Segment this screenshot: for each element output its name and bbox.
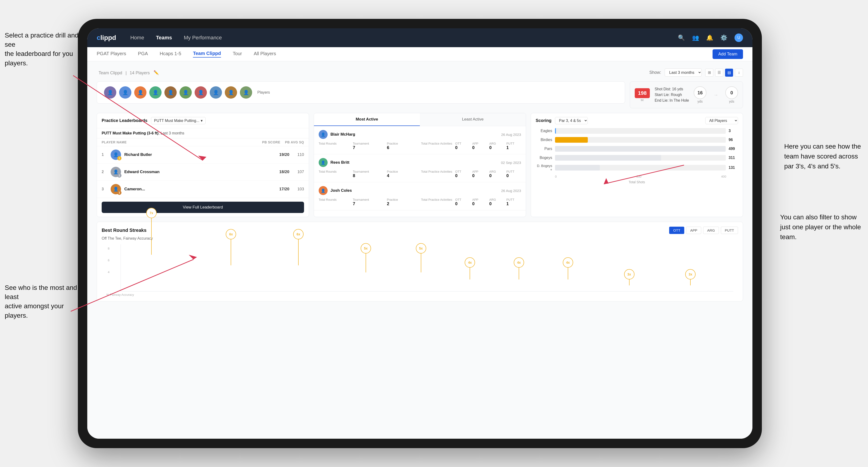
streak-node-8[interactable]: 4x — [563, 257, 573, 280]
lb-score-1: 19/20 — [279, 152, 289, 157]
nav-bar: clippd Home Teams My Performance 🔍 👥 🔔 ⚙… — [87, 28, 752, 47]
team-count: | 14 Players — [125, 70, 150, 75]
bar-value-bogeys: 311 — [728, 156, 738, 160]
streak-bubble-4[interactable]: 5x — [361, 243, 371, 253]
streak-filter-putt[interactable]: PUTT — [721, 227, 738, 234]
tab-most-active[interactable]: Most Active — [314, 113, 420, 126]
settings-icon[interactable]: ⚙️ — [720, 34, 727, 41]
view-icons: ⊞ ☰ ▤ ↕ — [705, 69, 743, 76]
activity-player-1: 👤 Blair McHarg 26 Aug 2023 Total Rounds … — [314, 126, 526, 154]
stat-tournament-label: Tournament 7 — [353, 142, 385, 150]
nav-home[interactable]: Home — [130, 35, 144, 41]
player-avatar-9[interactable]: 👤 — [225, 86, 237, 99]
search-icon[interactable]: 🔍 — [678, 34, 685, 41]
list-view-icon[interactable]: ☰ — [715, 69, 723, 76]
players-row: 👤 👤 👤 👤 👤 👤 👤 👤 👤 👤 Players 198 sc — [97, 81, 743, 108]
detail-view-icon[interactable]: ▤ — [725, 69, 733, 76]
streak-node-3[interactable]: 6x — [293, 229, 304, 266]
scoring-filter[interactable]: Par 3, 4 & 5s Par 3s Par 4s Par 5s — [555, 117, 588, 124]
edit-icon[interactable]: ✏️ — [154, 70, 159, 75]
streak-filter-arg[interactable]: ARG — [703, 227, 719, 234]
streak-stem-10 — [690, 280, 691, 285]
streak-bubble-8[interactable]: 4x — [563, 257, 573, 268]
scoring-players-filter[interactable]: All Players Blair McHarg Rees Britt — [705, 117, 738, 124]
streaks-subtitle: Off The Tee, Fairway Accuracy — [102, 236, 738, 241]
player-avatar-3[interactable]: 👤 — [134, 86, 147, 99]
lb-title: Practice Leaderboards — [102, 118, 148, 123]
subnav-pga[interactable]: PGA — [138, 51, 148, 57]
annotation-top-left: Select a practice drill and seethe leade… — [5, 31, 80, 68]
team-title: Team Clippd | 14 Players — [97, 69, 150, 76]
streak-bubble-7[interactable]: 4x — [514, 257, 524, 268]
streak-node-10[interactable]: 3x — [685, 269, 695, 285]
subnav-pgat[interactable]: PGAT Players — [97, 51, 126, 57]
streak-node-9[interactable]: 3x — [624, 269, 634, 285]
nav-icons: 🔍 👥 🔔 ⚙️ U — [678, 33, 743, 42]
player-avatar-2[interactable]: 👤 — [119, 86, 131, 99]
lb-header: Practice Leaderboards PUTT Must Make Put… — [97, 113, 309, 128]
bar-track-eagles — [555, 128, 726, 134]
nav-teams[interactable]: Teams — [156, 35, 172, 41]
nav-my-performance[interactable]: My Performance — [184, 35, 222, 41]
people-icon[interactable]: 👥 — [692, 34, 699, 41]
streak-node-5[interactable]: 5x — [416, 243, 426, 272]
streak-bubble-2[interactable]: 6x — [226, 229, 236, 239]
bell-icon[interactable]: 🔔 — [706, 34, 713, 41]
bar-fill-pars — [555, 146, 725, 152]
streak-node-7[interactable]: 4x — [514, 257, 524, 280]
player-avatar-1[interactable]: 👤 — [104, 86, 116, 99]
lb-row-1: 1 👤 1 Richard Butler 19/20 110 — [97, 146, 309, 163]
bar-eagles: Eagles 3 — [536, 128, 738, 134]
lb-avatar-1: 👤 1 — [111, 150, 121, 160]
lb-badge-gold: 1 — [117, 156, 121, 160]
tab-least-active[interactable]: Least Active — [420, 113, 526, 126]
player-avatar-4[interactable]: 👤 — [149, 86, 161, 99]
show-select[interactable]: Last 3 months Last 6 months Last year — [665, 68, 702, 76]
subnav-team-clippd[interactable]: Team Clippd — [193, 51, 221, 58]
player-avatar-5[interactable]: 👤 — [164, 86, 177, 99]
player-avatar-7[interactable]: 👤 — [195, 86, 207, 99]
activity-stats-1: Total Rounds Tournament 7 Practice 6 — [319, 142, 521, 150]
streak-stem-2 — [231, 239, 231, 266]
streak-bubble-9[interactable]: 3x — [624, 269, 634, 280]
subnav-tour[interactable]: Tour — [233, 51, 242, 57]
shot-circle-2: 0 — [725, 86, 738, 99]
activity-avatar-2: 👤 — [319, 158, 328, 167]
activity-player-3-header: 👤 Josh Coles 26 Aug 2023 — [319, 186, 521, 195]
lb-score-2: 18/20 — [279, 169, 289, 174]
streaks-chart: 8 6 4 7x 6x 6x — [121, 244, 733, 291]
grid-view-icon[interactable]: ⊞ — [705, 69, 713, 76]
lb-avg-1: 110 — [298, 152, 304, 157]
lb-player-info-3: Cameron... — [124, 187, 276, 191]
lb-drill-select[interactable]: PUTT Must Make Putting... ▾ — [151, 117, 206, 124]
view-full-leaderboard-button[interactable]: View Full Leaderboard — [102, 201, 304, 213]
streak-bubble-3[interactable]: 6x — [293, 229, 304, 239]
user-avatar[interactable]: U — [735, 33, 743, 42]
player-avatar-6[interactable]: 👤 — [180, 86, 192, 99]
subnav-hcaps[interactable]: Hcaps 1-5 — [160, 51, 181, 57]
streak-bubble-1[interactable]: 7x — [146, 208, 157, 218]
activity-player-1-header: 👤 Blair McHarg 26 Aug 2023 — [319, 130, 521, 139]
streak-filter-ott[interactable]: OTT — [669, 227, 684, 234]
streak-node-4[interactable]: 5x — [361, 243, 371, 272]
player-avatar-8[interactable]: 👤 — [210, 86, 222, 99]
stat-practice-label: Practice 6 — [387, 142, 418, 150]
streak-bubble-5[interactable]: 5x — [416, 243, 426, 253]
bar-value-dbogeys: 131 — [728, 165, 738, 170]
subnav-all-players[interactable]: All Players — [254, 51, 276, 57]
player-avatar-10[interactable]: 👤 — [240, 86, 252, 99]
activity-stats-2: Total Rounds Tournament8 Practice4 Total… — [319, 170, 521, 178]
streak-node-6[interactable]: 4x — [465, 257, 475, 280]
add-team-button[interactable]: Add Team — [713, 49, 743, 59]
streak-bubble-6[interactable]: 4x — [465, 257, 475, 268]
streak-node-2[interactable]: 6x — [226, 229, 236, 266]
annotation-right-bottom: You can also filter to showjust one play… — [780, 212, 861, 242]
streak-filter-app[interactable]: APP — [686, 227, 701, 234]
shot-circle-1: 16 — [694, 86, 706, 99]
sort-icon[interactable]: ↕ — [735, 69, 743, 76]
streak-bubble-10[interactable]: 3x — [685, 269, 695, 280]
activity-tabs: Most Active Least Active — [314, 113, 526, 126]
streak-node-1[interactable]: 7x — [146, 208, 157, 255]
stat-tpa-label-3: Total Practice Activities — [421, 198, 453, 206]
streaks-filter-group: OTT APP ARG PUTT — [669, 227, 738, 234]
